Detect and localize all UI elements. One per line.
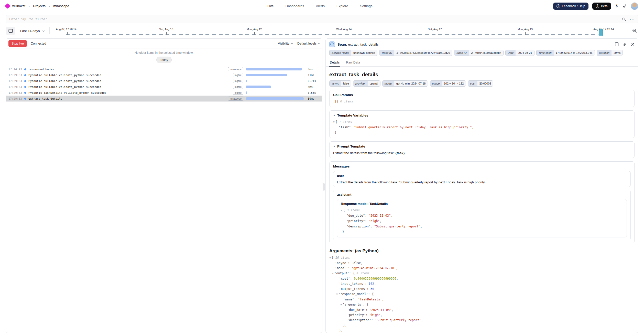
timeline-end-label: Aug 21, 17:26:14 [593, 28, 614, 31]
code-line: }, [329, 323, 635, 328]
link-icon [471, 51, 474, 54]
code-token: "Submit quarterly report" [374, 225, 420, 228]
breadcrumb-org[interactable]: willbakst [12, 4, 25, 8]
time-range-label: Last 14 days [20, 29, 40, 33]
template-variables-card: ∧ Template Variables ∨{ 1 items"task": "… [329, 110, 635, 138]
assistant-role-label: assistant [337, 193, 627, 196]
span-diamond-icon [24, 86, 27, 88]
time-range-select[interactable]: Last 14 days [18, 29, 46, 33]
duration-bar [246, 97, 304, 100]
timeline-tick [67, 32, 68, 35]
trace-row-time: 17:29:33 [8, 91, 22, 95]
code-token: { [353, 271, 355, 275]
breadcrumb-project-name[interactable]: mirascope [53, 4, 69, 8]
tab-explore[interactable]: Explore [336, 0, 348, 12]
span-header: i Span: extract_task_details [326, 39, 638, 49]
code-token: 'output' [334, 271, 349, 275]
sidebar-toggle-button[interactable] [6, 27, 15, 35]
code-token: : [363, 303, 367, 306]
trace-row-tag: logfire [233, 73, 243, 77]
meta-pill-trace-id[interactable]: Trace ID#c3b5157330ea5c1fd4572747af512d2… [379, 50, 452, 56]
chevron-down-icon [42, 29, 45, 32]
tab-alerts[interactable]: Alerts [316, 0, 325, 12]
feedback-help-button[interactable]: ? Feedback / Help [553, 3, 588, 10]
trace-row-duration: 5ms [306, 85, 320, 88]
meta-pill-label: Time span [537, 50, 554, 56]
trace-row-name: extract_task_details [28, 97, 226, 100]
tab-settings[interactable]: Settings [360, 0, 373, 12]
pane-resize-handle[interactable] [323, 183, 325, 191]
code-token: : [368, 292, 372, 296]
code-line: 'input_tokens': 102, [329, 281, 635, 286]
code-token: , [396, 266, 398, 270]
call-params-title: Call Params [333, 93, 631, 97]
code-token: 'input_tokens' [339, 282, 365, 286]
user-message-card: user Extract the details from the follow… [333, 171, 631, 187]
user-avatar[interactable] [631, 2, 638, 10]
tab-dashboards[interactable]: Dashboards [286, 0, 304, 12]
timeline-scrubber[interactable]: Aug 07, 17:26:14 Aug 21, 17:26:14 Sat, A… [53, 25, 628, 36]
attr-pill-label: usage [430, 81, 442, 86]
span-tab-details[interactable]: Details [329, 59, 340, 67]
feedback-help-label: Feedback / Help [562, 4, 585, 8]
collapse-chevron-icon[interactable]: ∧ [333, 145, 335, 148]
share-link-icon[interactable] [623, 4, 627, 8]
call-params-card: Call Params {} 0 items [329, 90, 635, 107]
copy-link-icon[interactable] [623, 42, 627, 46]
meta-pill-value-text: #9c942620aa93dbb4 [475, 51, 501, 54]
trace-row[interactable]: 17:29:33Pydantic nullable validate_pytho… [6, 72, 322, 78]
collapse-caret-icon[interactable]: ∨ [341, 209, 342, 212]
theme-toggle-icon[interactable]: ☀ [615, 3, 619, 9]
span-title-name: extract_task_details [348, 43, 378, 46]
meta-pill-value: 2024-08-21 [516, 50, 534, 56]
more-options-icon[interactable]: ··· [630, 17, 635, 21]
zoom-in-icon[interactable] [631, 28, 638, 33]
collapse-chevron-icon[interactable]: ∧ [333, 114, 335, 117]
collapse-caret-icon[interactable]: ∨ [336, 293, 338, 296]
code-line: } [341, 229, 623, 235]
empty-window-notice: No older items in the selected time wind… [6, 48, 322, 55]
span-info-icon: i [329, 41, 335, 47]
search-icon[interactable] [622, 17, 626, 21]
tab-live[interactable]: Live [267, 0, 274, 12]
code-token: 'Submit quarterly report' [375, 318, 421, 322]
collapse-caret-icon[interactable]: ∨ [329, 256, 331, 259]
span-tab-raw-data[interactable]: Raw Data [345, 59, 361, 67]
close-icon[interactable] [631, 43, 635, 46]
meta-pill-label: Trace ID [379, 50, 394, 56]
meta-pill-span-id[interactable]: Span ID#9c942620aa93dbb4 [454, 50, 504, 56]
code-line: ∨'output': { 4 items [329, 271, 635, 276]
trace-row[interactable]: 17:29:33Pydantic nullable validate_pytho… [6, 78, 322, 84]
code-line: 'cost': 0.000033299999999999996, [329, 276, 635, 281]
timeline-start-label: Aug 07, 17:26:14 [56, 28, 77, 31]
timeline-tick-label: Mon, Aug 19 [518, 28, 533, 31]
trace-row[interactable]: 17:29:33extract_task_detailsmirascope30m… [6, 96, 322, 102]
prompt-template-text: Extract the details from the following t… [333, 151, 631, 155]
breadcrumb-projects[interactable]: Projects [33, 4, 46, 8]
collapse-caret-icon[interactable]: ∨ [333, 121, 335, 123]
code-token: 102 [369, 282, 374, 286]
stop-live-button[interactable]: Stop live [8, 40, 27, 47]
trace-row[interactable]: 17:29:33Pydantic TaskDetails validate_py… [6, 90, 322, 96]
trace-row-time: 17:29:33 [8, 79, 22, 83]
sql-filter-input[interactable]: Enter SQL to filter... [6, 15, 638, 23]
code-token: , [391, 214, 392, 217]
timeline-tick-label: Sat, Aug 10 [159, 28, 173, 31]
visibility-label: Visibility [278, 42, 289, 45]
duration-bar [246, 86, 271, 88]
code-token: : [348, 266, 352, 270]
visibility-dropdown[interactable]: Visibility [278, 42, 292, 45]
trace-row-tag: mirascope [228, 97, 243, 101]
default-levels-dropdown[interactable]: Default levels [297, 42, 320, 45]
collapse-caret-icon[interactable]: ∨ [340, 303, 342, 306]
dock-panel-icon[interactable] [615, 42, 619, 46]
beta-button[interactable]: i Beta [592, 3, 611, 10]
span-diamond-icon [24, 68, 27, 70]
meta-pill-value: #9c942620aa93dbb4 [469, 50, 503, 56]
logfire-logo-icon[interactable] [5, 3, 10, 9]
trace-row[interactable]: 17:29:33Pydantic nullable validate_pytho… [6, 84, 322, 90]
chevron-right-icon: › [49, 4, 50, 8]
code-token: : [370, 225, 374, 228]
collapse-caret-icon[interactable]: ∨ [332, 272, 334, 275]
trace-row[interactable]: 17:14:43recommend_booksmirascope9ms [6, 66, 322, 72]
